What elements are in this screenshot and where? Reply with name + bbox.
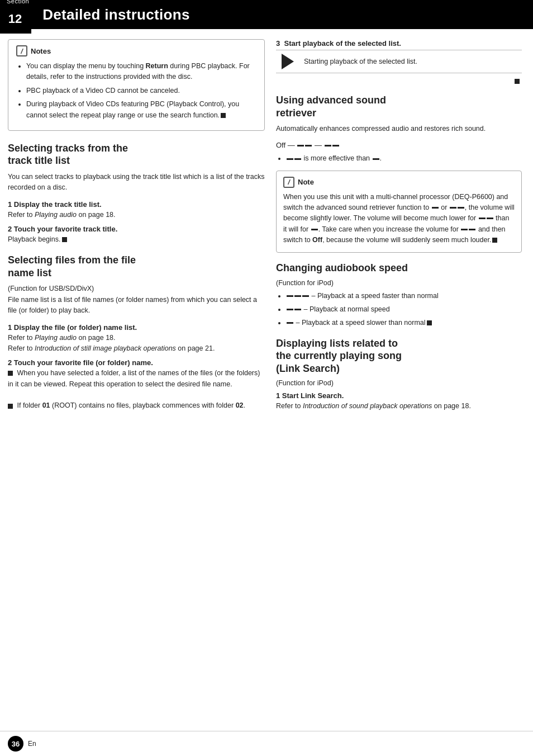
step-1-file-title: 1 Display the file (or folder) name list…: [8, 323, 265, 332]
page-header: Section 12 Detailed instructions: [0, 0, 533, 29]
file-name-heading: Selecting files from the filename list: [8, 254, 265, 279]
track-title-intro: You can select tracks to playback using …: [8, 172, 265, 193]
audiobook-list: – Playback at a speed faster than normal…: [276, 290, 522, 328]
notes-title: Notes: [31, 47, 51, 55]
track-title-heading: Selecting tracks from thetrack title lis…: [8, 142, 265, 167]
advanced-sound-section: Using advanced soundretriever Automatica…: [276, 94, 522, 253]
track-title-section: Selecting tracks from thetrack title lis…: [8, 142, 265, 245]
step-1-link: 1 Start Link Search. Refer to Introducti…: [276, 391, 522, 412]
advanced-sound-heading: Using advanced soundretriever: [276, 94, 522, 119]
notes-header: / Notes: [16, 45, 256, 56]
list-item: – Playback at normal speed: [286, 304, 522, 315]
list-item: is more effective than .: [286, 153, 522, 164]
audiobook-speed-section: Changing audiobook speed (Function for i…: [276, 262, 522, 328]
step-2-file-body: When you have selected a folder, a list …: [8, 368, 265, 412]
lang-label: En: [28, 740, 36, 748]
step-1-file-body: Refer to Playing audio on page 18. Refer…: [8, 333, 265, 355]
link-search-section: Displaying lists related tothe currently…: [276, 337, 522, 412]
play-icon: [282, 54, 294, 69]
step-2-track-title: 2 Touch your favorite track title.: [8, 225, 265, 233]
right-column: 3 Start playback of the selected list. S…: [276, 39, 522, 421]
page-title: Detailed instructions: [42, 6, 189, 23]
page: Section 12 Detailed instructions / Notes…: [0, 0, 533, 756]
step-1-link-body: Refer to Introduction of sound playback …: [276, 401, 522, 412]
off-line: Off — —: [276, 141, 522, 149]
step-1-link-title: 1 Start Link Search.: [276, 391, 522, 400]
list-item: – Playback at a speed slower than normal: [286, 317, 522, 328]
note-body: When you use this unit with a multi-chan…: [283, 192, 515, 246]
main-content: / Notes You can display the menu by touc…: [0, 29, 533, 431]
step-1-file: 1 Display the file (or folder) name list…: [8, 323, 265, 355]
note-icon: /: [283, 177, 294, 188]
file-name-func: (Function for USB/SD/DivX) File name lis…: [8, 284, 265, 316]
sound-bullet-list: is more effective than .: [276, 153, 522, 164]
note-box: / Note When you use this unit with a mul…: [276, 171, 522, 253]
start-playback-section: 3 Start playback of the selected list. S…: [276, 39, 522, 85]
step-1-track-body: Refer to Playing audio on page 18.: [8, 210, 265, 220]
list-item: PBC playback of a Video CD cannot be can…: [26, 86, 256, 96]
list-item: During playback of Video CDs featuring P…: [26, 99, 256, 121]
stop-indicator: [276, 77, 522, 85]
notes-box: / Notes You can display the menu by touc…: [8, 39, 265, 131]
notes-icon: /: [16, 45, 27, 56]
note-title: Note: [298, 177, 314, 188]
audiobook-speed-heading: Changing audiobook speed: [276, 262, 522, 275]
step-2-track: 2 Touch your favorite track title. Playb…: [8, 225, 265, 245]
file-name-section: Selecting files from the filename list (…: [8, 254, 265, 411]
step-2-file-title: 2 Touch your favorite file (or folder) n…: [8, 358, 265, 367]
step-1-track-title: 1 Display the track title list.: [8, 200, 265, 209]
left-column: / Notes You can display the menu by touc…: [8, 39, 265, 421]
step-2-track-body: Playback begins.: [8, 234, 265, 245]
notes-list: You can display the menu by touching Ret…: [16, 61, 256, 121]
step-2-file: 2 Touch your favorite file (or folder) n…: [8, 358, 265, 412]
audiobook-func: (Function for iPod): [276, 279, 522, 287]
section-label: Section: [0, 0, 32, 4]
playback-row: Starting playback of the selected list.: [276, 50, 522, 73]
page-number: 36: [8, 736, 23, 752]
section-number: 12: [0, 4, 31, 34]
page-footer: 36 En: [0, 731, 533, 756]
link-search-heading: Displaying lists related tothe currently…: [276, 337, 522, 375]
link-search-func: (Function for iPod): [276, 379, 522, 387]
list-item: – Playback at a speed faster than normal: [286, 290, 522, 301]
list-item: You can display the menu by touching Ret…: [26, 61, 256, 83]
note-header: / Note: [283, 177, 515, 188]
step-3-title: 3 Start playback of the selected list.: [276, 39, 522, 48]
advanced-sound-intro: Automatically enhances compressed audio …: [276, 124, 522, 134]
playback-label: Starting playback of the selected list.: [304, 58, 417, 65]
step-1-track: 1 Display the track title list. Refer to…: [8, 200, 265, 220]
